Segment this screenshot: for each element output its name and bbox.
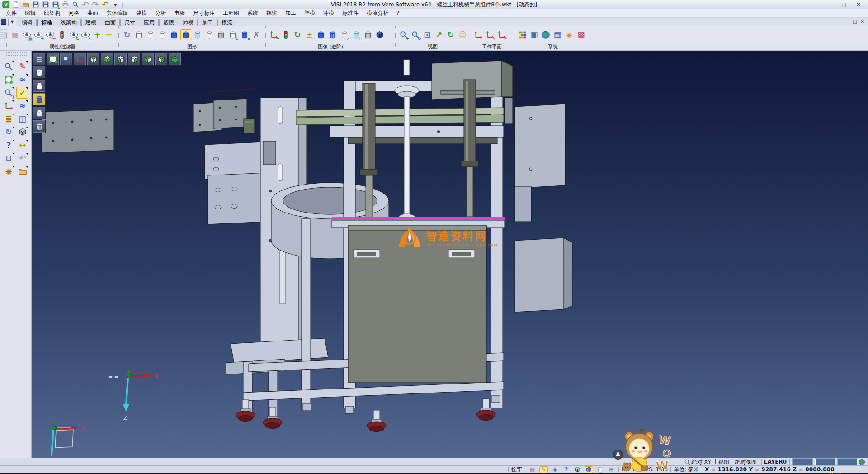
workplane-define-icon[interactable] bbox=[473, 29, 484, 40]
menu-item-网格[interactable]: 网格 bbox=[64, 9, 83, 17]
menu-item-编辑[interactable]: 编辑 bbox=[21, 9, 40, 17]
display-settings-icon[interactable]: ▣ bbox=[528, 29, 539, 40]
menu-item-建模[interactable]: 建模 bbox=[132, 9, 151, 17]
tab-编辑[interactable]: 编辑 bbox=[18, 19, 37, 26]
open-document-icon[interactable] bbox=[21, 0, 30, 9]
viewport-menu-icon[interactable]: ≡ bbox=[33, 52, 46, 66]
ucs-icon[interactable] bbox=[3, 100, 15, 112]
workplane-move-icon[interactable]: ↗ bbox=[496, 29, 507, 40]
new-document-icon[interactable] bbox=[11, 0, 20, 9]
hide-all-icon[interactable]: − bbox=[104, 29, 114, 40]
snap-grid-icon[interactable]: ▦ bbox=[528, 466, 537, 473]
maximize-button[interactable]: □ bbox=[841, 1, 847, 8]
hatched-cylinder-icon[interactable] bbox=[216, 29, 226, 40]
zoom-dynamic-icon[interactable] bbox=[3, 61, 15, 72]
zoom-in-icon[interactable]: + bbox=[398, 29, 409, 40]
curve-edit-icon[interactable]: ≈ bbox=[16, 100, 28, 112]
attributes-from-element-icon[interactable]: ▣ bbox=[21, 29, 32, 40]
menu-item-冲模[interactable]: 冲模 bbox=[319, 9, 338, 17]
solids-icon[interactable] bbox=[16, 126, 28, 138]
menu-item-视窗[interactable]: 视窗 bbox=[262, 9, 281, 17]
tab-list-dropdown[interactable]: ▼ bbox=[8, 19, 16, 26]
mdi-close-button[interactable]: ✕ bbox=[861, 19, 864, 24]
view-reference-icon[interactable]: ▫ bbox=[351, 29, 362, 40]
pan-view-icon[interactable]: ↗ bbox=[434, 29, 444, 40]
machine-model[interactable]: 智造资料网 INTELLIGENT MANUFACTURING DATA = =… bbox=[32, 51, 868, 458]
tab-建模[interactable]: 建模 bbox=[81, 19, 100, 26]
filter-refresh-icon[interactable]: ↻ bbox=[68, 29, 79, 40]
shaded-edges-mode-icon[interactable] bbox=[33, 106, 46, 119]
save-all-icon[interactable]: ↥ bbox=[51, 0, 60, 9]
smooth-shaded-cylinder-icon[interactable] bbox=[180, 29, 191, 40]
desktop-mascot[interactable]: W O W bbox=[620, 429, 680, 474]
zoom-view-icon[interactable] bbox=[60, 52, 73, 66]
view-refresh-icon[interactable]: ↻ bbox=[292, 29, 303, 40]
ucs-view-icon[interactable] bbox=[73, 52, 86, 66]
delete-icon[interactable]: ⊔ bbox=[3, 152, 15, 164]
edit-attributes-icon[interactable]: ▦ bbox=[9, 29, 20, 40]
filter-toggle-icon[interactable]: ± bbox=[80, 29, 91, 40]
color-table-icon[interactable] bbox=[517, 29, 528, 40]
magic-wand-icon[interactable]: ✎ bbox=[539, 466, 548, 473]
globe-icon[interactable] bbox=[858, 459, 866, 465]
shaded-mode-icon[interactable] bbox=[33, 93, 46, 106]
tab-尺寸[interactable]: 尺寸 bbox=[120, 19, 139, 26]
view-right-icon[interactable] bbox=[127, 52, 141, 66]
show-all-icon[interactable]: + bbox=[92, 29, 103, 40]
help-icon[interactable]: ? bbox=[3, 139, 15, 151]
fit-all-icon[interactable] bbox=[46, 52, 59, 66]
shading-settings-icon[interactable]: ✗ bbox=[251, 29, 262, 40]
mdi-minimize-button[interactable]: – bbox=[847, 19, 849, 24]
menu-item-模流分析[interactable]: 模流分析 bbox=[363, 9, 392, 17]
render-face-icon[interactable]: ☺ bbox=[457, 29, 468, 40]
measure-icon[interactable]: ↔ bbox=[16, 139, 28, 151]
menu-item-实体编辑[interactable]: 实体编辑 bbox=[102, 9, 132, 17]
spline-icon[interactable]: ≈ bbox=[16, 74, 28, 85]
split-window-icon[interactable]: ⊞ bbox=[607, 466, 616, 473]
constraint-cube-icon[interactable] bbox=[573, 466, 582, 473]
picker-icon[interactable]: ◈ bbox=[551, 466, 559, 473]
tab-加工[interactable]: 加工 bbox=[198, 19, 217, 26]
tab-标准[interactable]: 标准 bbox=[37, 19, 56, 26]
view-iso-icon[interactable] bbox=[168, 52, 181, 66]
view-front-icon[interactable] bbox=[114, 52, 127, 66]
print-icon[interactable] bbox=[61, 0, 70, 9]
undo-edit-icon[interactable]: ↶ bbox=[16, 152, 28, 164]
menu-item-文件[interactable]: 文件 bbox=[2, 9, 21, 17]
view-toggle-icon[interactable]: ± bbox=[304, 29, 315, 40]
wireframe-mode-icon[interactable] bbox=[33, 66, 46, 79]
fit-view-icon[interactable] bbox=[3, 74, 15, 85]
menu-item-曲面[interactable]: 曲面 bbox=[83, 9, 102, 17]
viewport-3d[interactable]: ≡ bbox=[32, 51, 868, 458]
view-traffic-filter-icon[interactable] bbox=[280, 29, 291, 40]
transparent-cylinder-icon[interactable] bbox=[192, 29, 203, 40]
undo-icon[interactable]: ↶ bbox=[81, 0, 90, 9]
zoom-window-icon[interactable]: + bbox=[3, 87, 15, 99]
shirt-icon[interactable] bbox=[596, 466, 604, 473]
menu-item-塑模[interactable]: 塑模 bbox=[300, 9, 319, 17]
add-view-elements-icon[interactable]: + bbox=[269, 29, 279, 40]
open-project-icon[interactable] bbox=[16, 166, 28, 177]
minimize-button[interactable]: – bbox=[826, 1, 833, 8]
view-top-icon[interactable] bbox=[87, 52, 100, 66]
transparent-mode-icon[interactable] bbox=[33, 120, 46, 133]
flat-shaded-cylinder-icon[interactable] bbox=[169, 29, 179, 40]
left-toolbar-handle[interactable] bbox=[5, 52, 27, 56]
confirm-icon[interactable]: ✓ bbox=[16, 87, 28, 99]
view-bottom-icon[interactable] bbox=[100, 52, 113, 66]
menu-item-标准件[interactable]: 标准件 bbox=[338, 9, 363, 17]
redraw-view-icon[interactable]: ↻ bbox=[3, 126, 15, 138]
absolute-view-label[interactable]: 绝对视图 bbox=[735, 458, 757, 466]
sketch-erase-icon[interactable]: ✎ bbox=[16, 61, 28, 72]
filter-remove-icon[interactable]: − bbox=[45, 29, 56, 40]
refresh-all-views-icon[interactable]: ↻ bbox=[445, 29, 456, 40]
tab-模流[interactable]: 模流 bbox=[217, 19, 236, 26]
window-layout-icon[interactable]: ◫ bbox=[16, 113, 28, 125]
docking-icon[interactable] bbox=[1, 19, 6, 25]
snap-label[interactable]: 拴牢 bbox=[511, 466, 522, 474]
save-icon[interactable] bbox=[31, 0, 40, 9]
menu-item-尺寸标注[interactable]: 尺寸标注 bbox=[189, 9, 219, 17]
selection-settings-icon[interactable]: ◈ bbox=[564, 29, 575, 40]
view-validate-icon[interactable]: ✓ bbox=[339, 29, 350, 40]
tab-曲面[interactable]: 曲面 bbox=[101, 19, 120, 26]
